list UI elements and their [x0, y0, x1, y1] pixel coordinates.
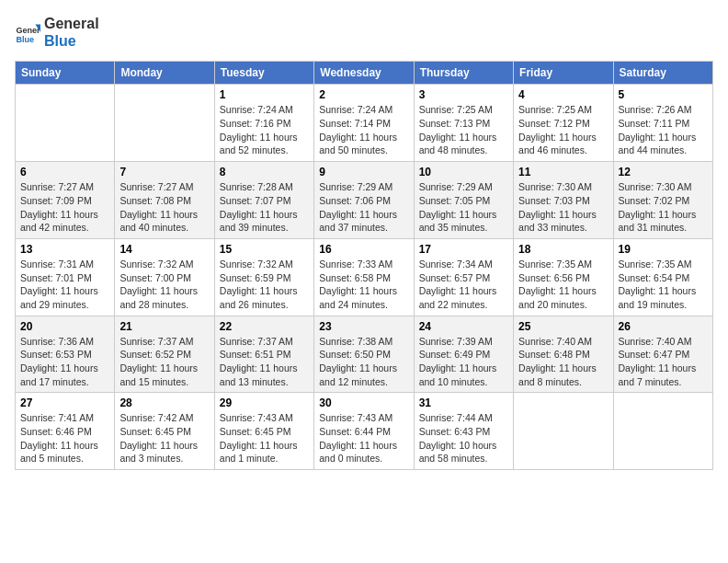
calendar-week-row: 13Sunrise: 7:31 AMSunset: 7:01 PMDayligh… [16, 238, 713, 316]
weekday-header: Thursday [414, 62, 513, 85]
calendar-cell: 23Sunrise: 7:38 AMSunset: 6:50 PMDayligh… [314, 316, 414, 393]
day-info: Sunrise: 7:29 AMSunset: 7:05 PMDaylight:… [419, 180, 508, 235]
calendar-cell: 10Sunrise: 7:29 AMSunset: 7:05 PMDayligh… [414, 162, 513, 239]
day-number: 25 [518, 320, 608, 333]
calendar-cell: 5Sunrise: 7:26 AMSunset: 7:11 PMDaylight… [613, 85, 712, 162]
calendar-cell: 29Sunrise: 7:43 AMSunset: 6:45 PMDayligh… [214, 393, 313, 470]
day-number: 14 [119, 243, 209, 256]
calendar-cell: 13Sunrise: 7:31 AMSunset: 7:01 PMDayligh… [16, 238, 115, 316]
day-number: 23 [319, 320, 408, 333]
day-info: Sunrise: 7:32 AMSunset: 7:00 PMDaylight:… [119, 258, 209, 312]
calendar-cell: 7Sunrise: 7:27 AMSunset: 7:08 PMDaylight… [115, 162, 214, 239]
day-number: 26 [619, 320, 708, 333]
day-number: 1 [220, 88, 309, 101]
day-number: 31 [419, 396, 508, 409]
day-info: Sunrise: 7:27 AMSunset: 7:08 PMDaylight:… [119, 180, 209, 235]
calendar-cell: 18Sunrise: 7:35 AMSunset: 6:56 PMDayligh… [514, 238, 613, 316]
calendar-cell: 28Sunrise: 7:42 AMSunset: 6:45 PMDayligh… [115, 393, 214, 470]
day-number: 8 [220, 166, 309, 178]
day-info: Sunrise: 7:40 AMSunset: 6:47 PMDaylight:… [619, 335, 708, 389]
day-info: Sunrise: 7:24 AMSunset: 7:14 PMDaylight:… [319, 103, 408, 157]
day-info: Sunrise: 7:33 AMSunset: 6:58 PMDaylight:… [319, 258, 408, 312]
day-number: 10 [419, 166, 508, 178]
day-number: 12 [619, 166, 708, 178]
logo-general: General [44, 15, 99, 32]
weekday-header: Sunday [16, 62, 115, 85]
weekday-header: Wednesday [314, 62, 414, 85]
calendar-cell: 12Sunrise: 7:30 AMSunset: 7:02 PMDayligh… [613, 162, 712, 239]
day-info: Sunrise: 7:44 AMSunset: 6:43 PMDaylight:… [419, 411, 508, 465]
day-info: Sunrise: 7:42 AMSunset: 6:45 PMDaylight:… [119, 411, 209, 465]
calendar-cell: 3Sunrise: 7:25 AMSunset: 7:13 PMDaylight… [414, 85, 513, 162]
calendar-cell: 20Sunrise: 7:36 AMSunset: 6:53 PMDayligh… [16, 316, 115, 393]
day-info: Sunrise: 7:40 AMSunset: 6:48 PMDaylight:… [518, 335, 608, 389]
day-info: Sunrise: 7:27 AMSunset: 7:09 PMDaylight:… [20, 180, 109, 235]
day-info: Sunrise: 7:30 AMSunset: 7:02 PMDaylight:… [619, 180, 708, 235]
logo-blue: Blue [44, 32, 99, 50]
day-info: Sunrise: 7:38 AMSunset: 6:50 PMDaylight:… [319, 335, 408, 389]
day-info: Sunrise: 7:36 AMSunset: 6:53 PMDaylight:… [20, 335, 109, 389]
calendar-cell: 11Sunrise: 7:30 AMSunset: 7:03 PMDayligh… [514, 162, 613, 239]
calendar-week-row: 20Sunrise: 7:36 AMSunset: 6:53 PMDayligh… [16, 316, 713, 393]
day-info: Sunrise: 7:43 AMSunset: 6:44 PMDaylight:… [319, 411, 408, 465]
calendar-cell: 14Sunrise: 7:32 AMSunset: 7:00 PMDayligh… [115, 238, 214, 316]
day-number: 24 [419, 320, 508, 333]
calendar-cell: 17Sunrise: 7:34 AMSunset: 6:57 PMDayligh… [414, 238, 513, 316]
day-number: 29 [220, 396, 309, 409]
day-info: Sunrise: 7:37 AMSunset: 6:52 PMDaylight:… [119, 335, 209, 389]
svg-text:Blue: Blue [16, 35, 34, 44]
day-info: Sunrise: 7:25 AMSunset: 7:13 PMDaylight:… [419, 103, 508, 157]
day-info: Sunrise: 7:41 AMSunset: 6:46 PMDaylight:… [20, 411, 109, 465]
day-number: 6 [20, 166, 109, 178]
weekday-header: Friday [514, 62, 613, 85]
calendar-cell: 8Sunrise: 7:28 AMSunset: 7:07 PMDaylight… [214, 162, 313, 239]
calendar-cell [16, 85, 115, 162]
day-info: Sunrise: 7:32 AMSunset: 6:59 PMDaylight:… [220, 258, 309, 312]
day-info: Sunrise: 7:35 AMSunset: 6:54 PMDaylight:… [619, 258, 708, 312]
day-number: 20 [20, 320, 109, 333]
calendar-cell [115, 85, 214, 162]
day-info: Sunrise: 7:39 AMSunset: 6:49 PMDaylight:… [419, 335, 508, 389]
calendar-cell: 9Sunrise: 7:29 AMSunset: 7:06 PMDaylight… [314, 162, 414, 239]
calendar-cell: 30Sunrise: 7:43 AMSunset: 6:44 PMDayligh… [314, 393, 414, 470]
weekday-header: Tuesday [214, 62, 313, 85]
day-number: 30 [319, 396, 408, 409]
day-info: Sunrise: 7:29 AMSunset: 7:06 PMDaylight:… [319, 180, 408, 235]
calendar-week-row: 1Sunrise: 7:24 AMSunset: 7:16 PMDaylight… [16, 85, 713, 162]
day-info: Sunrise: 7:43 AMSunset: 6:45 PMDaylight:… [220, 411, 309, 465]
day-info: Sunrise: 7:34 AMSunset: 6:57 PMDaylight:… [419, 258, 508, 312]
day-number: 15 [220, 243, 309, 256]
day-info: Sunrise: 7:28 AMSunset: 7:07 PMDaylight:… [220, 180, 309, 235]
calendar-cell: 6Sunrise: 7:27 AMSunset: 7:09 PMDaylight… [16, 162, 115, 239]
day-number: 13 [20, 243, 109, 256]
calendar-cell: 31Sunrise: 7:44 AMSunset: 6:43 PMDayligh… [414, 393, 513, 470]
calendar-cell: 1Sunrise: 7:24 AMSunset: 7:16 PMDaylight… [214, 85, 313, 162]
calendar-cell: 2Sunrise: 7:24 AMSunset: 7:14 PMDaylight… [314, 85, 414, 162]
calendar-cell: 19Sunrise: 7:35 AMSunset: 6:54 PMDayligh… [613, 238, 712, 316]
calendar-table: SundayMondayTuesdayWednesdayThursdayFrid… [15, 61, 713, 470]
calendar-cell: 27Sunrise: 7:41 AMSunset: 6:46 PMDayligh… [16, 393, 115, 470]
day-number: 2 [319, 88, 408, 101]
calendar-cell: 24Sunrise: 7:39 AMSunset: 6:49 PMDayligh… [414, 316, 513, 393]
day-number: 19 [619, 243, 708, 256]
day-number: 3 [419, 88, 508, 101]
day-info: Sunrise: 7:35 AMSunset: 6:56 PMDaylight:… [518, 258, 608, 312]
weekday-header: Monday [115, 62, 214, 85]
calendar-cell: 15Sunrise: 7:32 AMSunset: 6:59 PMDayligh… [214, 238, 313, 316]
calendar-week-row: 6Sunrise: 7:27 AMSunset: 7:09 PMDaylight… [16, 162, 713, 239]
calendar-cell: 16Sunrise: 7:33 AMSunset: 6:58 PMDayligh… [314, 238, 414, 316]
logo: General Blue General Blue [15, 15, 99, 50]
day-info: Sunrise: 7:26 AMSunset: 7:11 PMDaylight:… [619, 103, 708, 157]
day-number: 11 [518, 166, 608, 178]
calendar-cell: 4Sunrise: 7:25 AMSunset: 7:12 PMDaylight… [514, 85, 613, 162]
calendar-week-row: 27Sunrise: 7:41 AMSunset: 6:46 PMDayligh… [16, 393, 713, 470]
day-number: 16 [319, 243, 408, 256]
page-header: General Blue General Blue [15, 15, 713, 50]
day-number: 22 [220, 320, 309, 333]
day-number: 7 [119, 166, 209, 178]
calendar-cell: 25Sunrise: 7:40 AMSunset: 6:48 PMDayligh… [514, 316, 613, 393]
calendar-header-row: SundayMondayTuesdayWednesdayThursdayFrid… [16, 62, 713, 85]
day-info: Sunrise: 7:31 AMSunset: 7:01 PMDaylight:… [20, 258, 109, 312]
day-info: Sunrise: 7:30 AMSunset: 7:03 PMDaylight:… [518, 180, 608, 235]
calendar-cell [613, 393, 712, 470]
